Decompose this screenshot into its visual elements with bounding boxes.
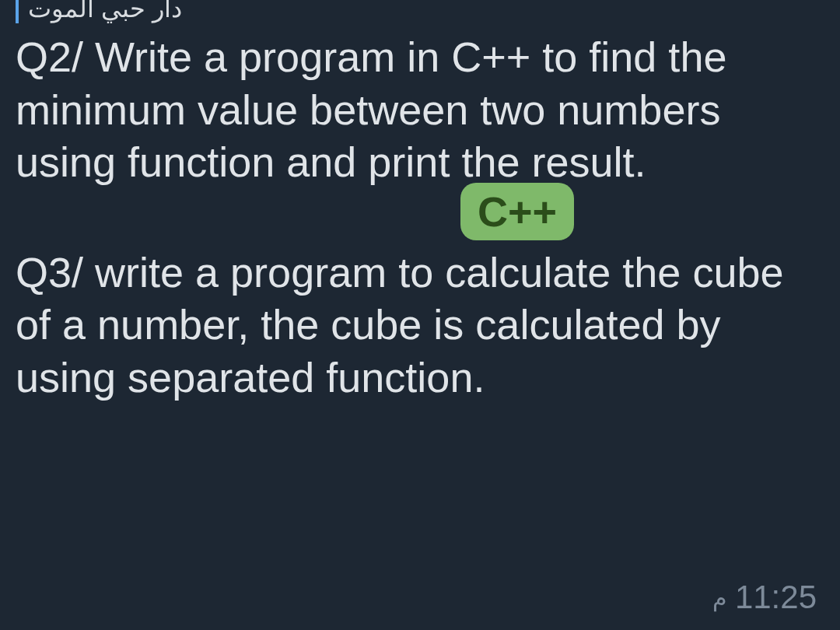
timestamp-meridiem: م [712,584,727,611]
reply-indicator: دار حبي الموت [16,0,824,23]
question-3-block: Q3/ write a program to calculate the cub… [16,247,824,404]
question-2-block: Q2/ Write a program in C++ to find the m… [16,31,824,189]
reply-preview-text: دار حبي الموت [28,0,182,23]
cpp-badge: C++ [460,183,574,240]
question-3-text: Q3/ write a program to calculate the cub… [16,247,824,404]
timestamp-time: 11:25 [735,579,817,616]
badge-container: C++ [16,183,824,240]
question-2-text: Q2/ Write a program in C++ to find the m… [16,31,824,189]
message-timestamp: م 11:25 [712,579,817,616]
